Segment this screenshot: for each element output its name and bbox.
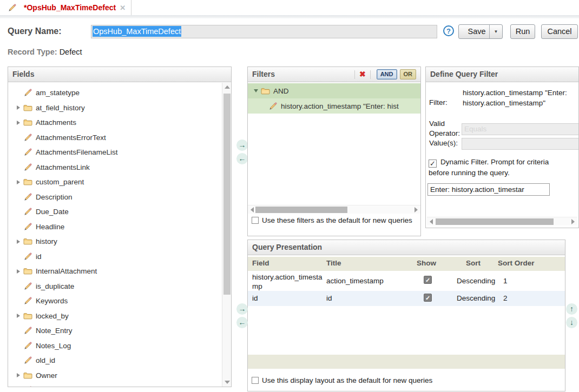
- scroll-left-icon[interactable]: [427, 217, 436, 226]
- fields-tree-item[interactable]: old_id: [8, 353, 231, 368]
- remove-filter-arrow-icon[interactable]: ←: [236, 153, 248, 164]
- fields-tree-item[interactable]: custom_parent: [8, 175, 231, 190]
- save-button[interactable]: Save ▼: [458, 24, 503, 39]
- fields-tree-item-label: InternalAttachment: [36, 267, 97, 275]
- layout-default-checkbox[interactable]: [252, 377, 259, 384]
- cell-title: action_timestamp: [326, 277, 384, 285]
- move-up-arrow-icon[interactable]: ↑: [566, 303, 577, 315]
- caret-right-icon[interactable]: [15, 105, 22, 110]
- filter-tree-and-node[interactable]: AND: [248, 83, 420, 98]
- query-name-selected-text: OpsHub_MaxTimeDefect: [93, 26, 181, 37]
- save-dropdown-caret-icon[interactable]: ▼: [489, 25, 502, 38]
- define-horizontal-scrollbar[interactable]: [427, 217, 577, 225]
- fields-tree-item[interactable]: at_field_history: [8, 101, 231, 116]
- or-button[interactable]: OR: [400, 69, 417, 79]
- table-row[interactable]: history.action_timestamp action_timestam…: [248, 271, 565, 291]
- tab-bar-divider: [0, 15, 579, 18]
- query-name-input[interactable]: OpsHub_MaxTimeDefect: [91, 25, 437, 38]
- query-editor-page: *OpsHub_MaxTimeDefect ✕ Query Name: OpsH…: [0, 0, 579, 392]
- fields-tree-item[interactable]: Description: [8, 190, 231, 205]
- run-button[interactable]: Run: [510, 24, 535, 39]
- fields-tree-item[interactable]: history: [8, 234, 231, 249]
- fields-tree-item-label: Notes_Log: [36, 342, 71, 350]
- column-header-sort-order: Sort Order: [498, 259, 535, 267]
- pencil-icon: [23, 133, 32, 142]
- fields-tree-item[interactable]: am_statetype: [8, 85, 231, 101]
- folder-icon: [23, 371, 32, 380]
- fields-tree-item-label: Keywords: [36, 297, 68, 305]
- show-checkbox[interactable]: ✓: [424, 294, 432, 302]
- fields-tree-item-label: am_statetype: [36, 89, 80, 97]
- prompt-text-input[interactable]: Enter: history.action_timestar: [427, 183, 550, 196]
- add-filter-arrow-icon[interactable]: →: [236, 139, 248, 151]
- fields-tree-item[interactable]: id: [8, 249, 231, 264]
- dynamic-filter-label: Dynamic Filter. Prompt for criteria befo…: [429, 158, 549, 177]
- scroll-right-icon[interactable]: [412, 205, 420, 214]
- filters-panel-title: Filters: [252, 67, 275, 82]
- show-checkbox[interactable]: ✓: [424, 276, 432, 284]
- caret-right-icon[interactable]: [15, 314, 22, 318]
- add-column-arrow-icon[interactable]: →: [236, 303, 248, 315]
- fields-tree-item-label: at_field_history: [36, 104, 85, 112]
- pencil-icon: [23, 356, 32, 365]
- filters-default-checkbox[interactable]: [252, 217, 259, 224]
- valid-operator-input[interactable]: Equals: [462, 123, 579, 135]
- tab-query[interactable]: *OpsHub_MaxTimeDefect ✕: [0, 0, 131, 15]
- values-input[interactable]: [462, 138, 579, 150]
- remove-column-arrow-icon[interactable]: ←: [236, 317, 248, 328]
- fields-tree-item[interactable]: locked_by: [8, 309, 231, 324]
- scrollbar-thumb[interactable]: [255, 207, 347, 213]
- fields-tree-item[interactable]: InternalAttachment: [8, 264, 231, 279]
- fields-tree-item[interactable]: Keywords: [8, 294, 231, 309]
- fields-tree-item-label: Attachments: [36, 118, 76, 127]
- fields-vertical-scrollbar[interactable]: [222, 83, 231, 387]
- scroll-down-icon[interactable]: [222, 378, 232, 387]
- folder-icon: [261, 87, 270, 96]
- scrollbar-thumb[interactable]: [436, 218, 554, 225]
- caret-right-icon[interactable]: [15, 121, 22, 125]
- pencil-icon: [23, 148, 32, 157]
- caret-right-icon[interactable]: [15, 180, 22, 184]
- folder-icon: [23, 118, 32, 127]
- caret-down-icon[interactable]: [252, 89, 260, 92]
- dynamic-filter-checkbox[interactable]: ✓: [429, 160, 437, 168]
- table-row[interactable]: id id ✓ Descending 2: [248, 291, 565, 306]
- fields-tree-item[interactable]: Note_Entry: [8, 323, 231, 338]
- fields-tree-item-label: AttachmentsFilenameList: [36, 148, 118, 156]
- help-icon[interactable]: ?: [443, 25, 454, 36]
- fields-panel: Fields am_statetypeat_field_historyAttac…: [8, 67, 232, 387]
- caret-right-icon[interactable]: [15, 240, 22, 244]
- layout-default-checkbox-row: Use this display layout as the default f…: [252, 375, 555, 386]
- fields-tree-item[interactable]: Notes_Log: [8, 338, 231, 354]
- scrollbar-thumb[interactable]: [223, 94, 231, 295]
- folder-icon: [23, 267, 32, 276]
- scroll-up-icon[interactable]: [222, 83, 232, 91]
- move-down-arrow-icon[interactable]: ↓: [566, 317, 577, 328]
- scroll-right-icon[interactable]: [569, 217, 577, 226]
- cancel-button[interactable]: Cancel: [541, 24, 578, 39]
- fields-tree-item[interactable]: Priority: [8, 383, 231, 387]
- fields-tree-item[interactable]: Attachments: [8, 115, 231, 130]
- fields-tree-item[interactable]: is_duplicate: [8, 279, 231, 294]
- fields-tree-item[interactable]: Owner: [8, 368, 231, 383]
- fields-tree-item[interactable]: AttachmentsErrorText: [8, 130, 231, 145]
- save-button-label[interactable]: Save: [459, 25, 489, 38]
- filters-horizontal-scrollbar[interactable]: [248, 205, 420, 214]
- delete-filter-icon[interactable]: ✖: [358, 67, 367, 82]
- folder-icon: [23, 177, 32, 187]
- filter-tree-condition-node[interactable]: history.action_timestamp "Enter: hist: [248, 98, 420, 114]
- define-query-filter-panel: Define Query Filter Filter: history.acti…: [425, 67, 579, 228]
- column-header-title: Title: [326, 259, 341, 267]
- fields-tree-item[interactable]: AttachmentsFilenameList: [8, 145, 231, 160]
- cell-field: history.action_timestamp: [252, 273, 324, 291]
- and-button[interactable]: AND: [377, 69, 397, 79]
- fields-tree-item[interactable]: Headline: [8, 220, 231, 235]
- fields-tree-item[interactable]: AttachmentsLink: [8, 160, 231, 175]
- caret-right-icon[interactable]: [15, 269, 22, 274]
- fields-tree-item[interactable]: Due_Date: [8, 204, 231, 220]
- query-name-label: Query Name:: [8, 26, 62, 36]
- caret-right-icon[interactable]: [15, 373, 22, 377]
- pencil-icon: [23, 252, 32, 261]
- close-icon[interactable]: ✕: [120, 4, 126, 12]
- record-type-line: Record Type: Defect: [8, 48, 82, 56]
